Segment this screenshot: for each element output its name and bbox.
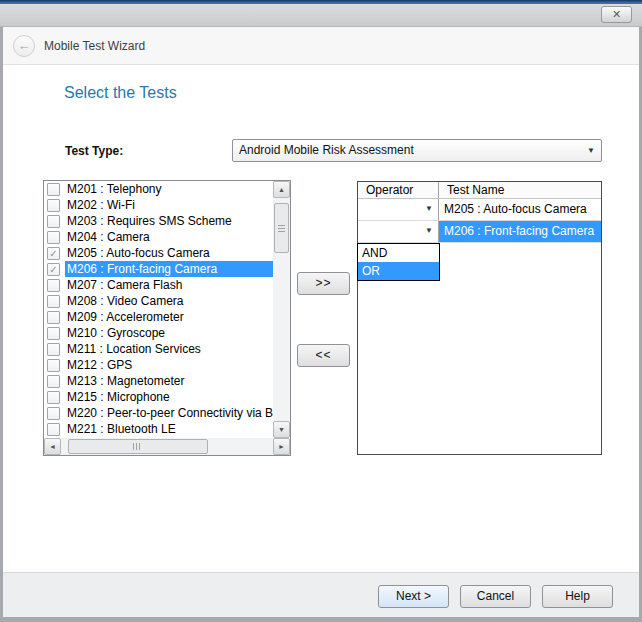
window-bottom-frame bbox=[0, 617, 642, 622]
test-list-item[interactable]: ✓M206 : Front-facing Camera bbox=[44, 261, 273, 277]
vertical-scrollbar-thumb[interactable] bbox=[274, 203, 289, 253]
test-label: M201 : Telephony bbox=[65, 181, 273, 197]
unchecked-checkbox-icon[interactable] bbox=[47, 199, 60, 212]
wizard-footer: Next > Cancel Help bbox=[3, 572, 639, 617]
operator-option[interactable]: AND bbox=[358, 244, 439, 262]
operator-dropdown-list: ANDOR bbox=[357, 243, 440, 281]
test-list-item[interactable]: M201 : Telephony bbox=[44, 181, 273, 197]
test-label: M206 : Front-facing Camera bbox=[65, 261, 273, 277]
test-list-item[interactable]: M202 : Wi-Fi bbox=[44, 197, 273, 213]
test-label: M202 : Wi-Fi bbox=[65, 197, 273, 213]
test-list-item[interactable]: M209 : Accelerometer bbox=[44, 309, 273, 325]
test-list-item[interactable]: M207 : Camera Flash bbox=[44, 277, 273, 293]
unchecked-checkbox-icon[interactable] bbox=[47, 279, 60, 292]
unchecked-checkbox-icon[interactable] bbox=[47, 375, 60, 388]
wizard-client-area: ← Mobile Test Wizard Select the Tests Te… bbox=[3, 27, 639, 617]
scroll-left-icon[interactable]: ◄ bbox=[44, 438, 61, 455]
wizard-title: Mobile Test Wizard bbox=[44, 39, 145, 53]
test-label: M207 : Camera Flash bbox=[65, 277, 273, 293]
test-type-combobox[interactable]: Android Mobile Risk Assessment ▼ bbox=[232, 139, 602, 162]
test-list-item[interactable]: M211 : Location Services bbox=[44, 341, 273, 357]
test-label: M211 : Location Services bbox=[65, 341, 273, 357]
test-list-item[interactable]: M221 : Bluetooth LE bbox=[44, 421, 273, 437]
test-list-item[interactable]: M212 : GPS bbox=[44, 357, 273, 373]
test-list-item[interactable]: M203 : Requires SMS Scheme bbox=[44, 213, 273, 229]
checked-checkbox-icon[interactable]: ✓ bbox=[47, 263, 60, 276]
test-list-item[interactable]: ✓M205 : Auto-focus Camera bbox=[44, 245, 273, 261]
wizard-header: ← Mobile Test Wizard bbox=[3, 27, 639, 65]
test-label: M212 : GPS bbox=[65, 357, 273, 373]
unchecked-checkbox-icon[interactable] bbox=[47, 407, 60, 420]
unchecked-checkbox-icon[interactable] bbox=[47, 343, 60, 356]
test-label: M203 : Requires SMS Scheme bbox=[65, 213, 273, 229]
selected-test-row: ▼M205 : Auto-focus Camera bbox=[358, 199, 601, 221]
back-arrow-icon: ← bbox=[18, 38, 31, 53]
mobile-test-wizard-window: ✕ ← Mobile Test Wizard Select the Tests … bbox=[0, 0, 642, 622]
test-label: M210 : Gyroscope bbox=[65, 325, 273, 341]
selected-test-name[interactable]: M206 : Front-facing Camera bbox=[439, 221, 601, 243]
selected-test-row: ▼M206 : Front-facing Camera bbox=[358, 221, 601, 243]
unchecked-checkbox-icon[interactable] bbox=[47, 183, 60, 196]
operator-column-header[interactable]: Operator bbox=[358, 182, 439, 198]
selected-tests-header: Operator Test Name bbox=[358, 182, 601, 199]
next-button[interactable]: Next > bbox=[378, 585, 449, 608]
test-type-label: Test Type: bbox=[65, 144, 123, 158]
unchecked-checkbox-icon[interactable] bbox=[47, 327, 60, 340]
operator-combobox[interactable]: ▼ bbox=[358, 221, 439, 243]
unchecked-checkbox-icon[interactable] bbox=[47, 295, 60, 308]
test-list-item[interactable]: M215 : Microphone bbox=[44, 389, 273, 405]
unchecked-checkbox-icon[interactable] bbox=[47, 311, 60, 324]
test-label: M221 : Bluetooth LE bbox=[65, 421, 273, 437]
chevron-down-icon: ▼ bbox=[425, 221, 433, 241]
operator-combobox[interactable]: ▼ bbox=[358, 199, 439, 221]
test-label: M205 : Auto-focus Camera bbox=[65, 245, 273, 261]
unchecked-checkbox-icon[interactable] bbox=[47, 231, 60, 244]
test-list-item[interactable]: M213 : Magnetometer bbox=[44, 373, 273, 389]
add-tests-button[interactable]: >> bbox=[297, 272, 350, 295]
test-list-item[interactable]: M210 : Gyroscope bbox=[44, 325, 273, 341]
test-label: M213 : Magnetometer bbox=[65, 373, 273, 389]
test-label: M209 : Accelerometer bbox=[65, 309, 273, 325]
test-list-item[interactable]: M204 : Camera bbox=[44, 229, 273, 245]
available-tests-rows: M201 : TelephonyM202 : Wi-FiM203 : Requi… bbox=[44, 181, 273, 438]
selected-test-name[interactable]: M205 : Auto-focus Camera bbox=[439, 199, 601, 221]
close-icon[interactable]: ✕ bbox=[601, 6, 632, 23]
test-name-column-header[interactable]: Test Name bbox=[439, 182, 601, 198]
operator-option[interactable]: OR bbox=[358, 262, 439, 280]
scroll-right-icon[interactable]: ► bbox=[273, 438, 290, 455]
test-list-item[interactable]: M208 : Video Camera bbox=[44, 293, 273, 309]
unchecked-checkbox-icon[interactable] bbox=[47, 359, 60, 372]
horizontal-scrollbar-thumb[interactable] bbox=[68, 439, 208, 454]
unchecked-checkbox-icon[interactable] bbox=[47, 391, 60, 404]
help-button[interactable]: Help bbox=[542, 585, 613, 608]
checked-checkbox-icon[interactable]: ✓ bbox=[47, 247, 60, 260]
test-type-value: Android Mobile Risk Assessment bbox=[239, 143, 414, 157]
chevron-down-icon: ▼ bbox=[425, 199, 433, 219]
cancel-button[interactable]: Cancel bbox=[460, 585, 531, 608]
test-label: M208 : Video Camera bbox=[65, 293, 273, 309]
available-tests-listbox: M201 : TelephonyM202 : Wi-FiM203 : Requi… bbox=[43, 180, 291, 456]
chevron-down-icon: ▼ bbox=[587, 140, 595, 161]
selected-tests-rows: ▼M205 : Auto-focus Camera▼M206 : Front-f… bbox=[358, 199, 601, 243]
test-label: M220 : Peer-to-peer Connectivity via Blu… bbox=[65, 405, 273, 421]
page-heading: Select the Tests bbox=[64, 84, 177, 102]
vertical-scrollbar[interactable]: ▲ ▼ bbox=[273, 181, 290, 438]
horizontal-scrollbar[interactable]: ◄ ► bbox=[44, 438, 290, 455]
scroll-down-icon[interactable]: ▼ bbox=[273, 421, 290, 438]
unchecked-checkbox-icon[interactable] bbox=[47, 423, 60, 436]
scroll-up-icon[interactable]: ▲ bbox=[273, 181, 290, 198]
test-label: M215 : Microphone bbox=[65, 389, 273, 405]
test-label: M204 : Camera bbox=[65, 229, 273, 245]
selected-tests-table: Operator Test Name ▼M205 : Auto-focus Ca… bbox=[357, 181, 602, 455]
unchecked-checkbox-icon[interactable] bbox=[47, 215, 60, 228]
test-list-item[interactable]: M220 : Peer-to-peer Connectivity via Blu… bbox=[44, 405, 273, 421]
back-button[interactable]: ← bbox=[13, 35, 35, 57]
titlebar[interactable]: ✕ bbox=[0, 4, 642, 27]
remove-tests-button[interactable]: << bbox=[297, 344, 350, 367]
